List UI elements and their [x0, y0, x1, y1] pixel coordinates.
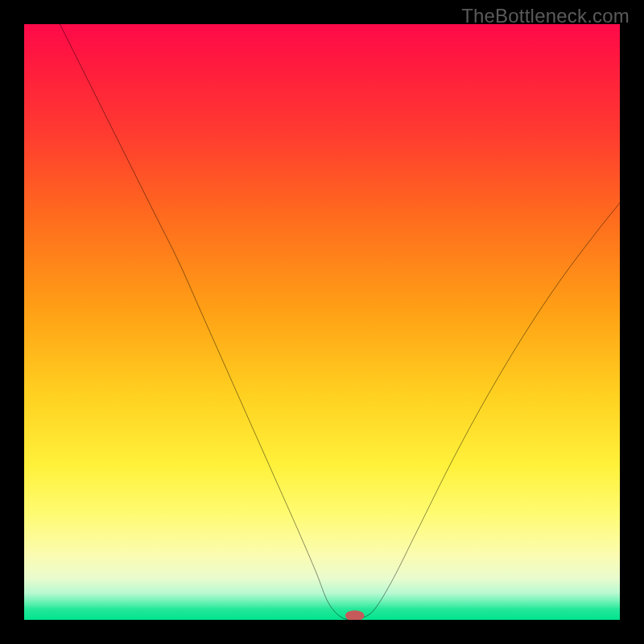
chart-frame: TheBottleneck.com: [0, 0, 644, 644]
watermark-text: TheBottleneck.com: [461, 5, 630, 27]
bottleneck-curve: [24, 24, 620, 620]
curve-path: [60, 24, 620, 620]
plot-area: [24, 24, 620, 620]
target-marker: [345, 610, 365, 620]
